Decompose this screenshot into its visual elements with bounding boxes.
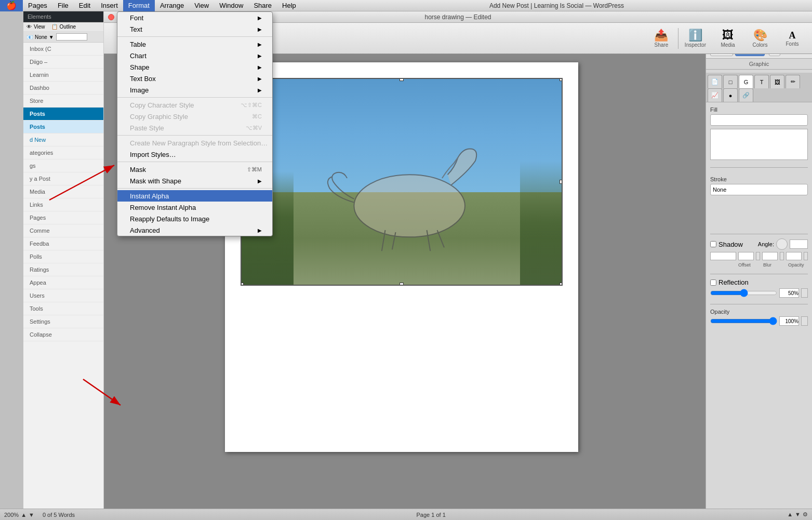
menu-pages[interactable]: Pages xyxy=(23,0,52,11)
wp-nav-copy-post[interactable]: y a Post xyxy=(23,172,103,185)
tab-layout[interactable]: □ xyxy=(723,75,738,88)
share-toolbar-btn[interactable]: 📤 Share xyxy=(646,27,677,49)
menu-share[interactable]: Share xyxy=(248,0,277,11)
menu-chart[interactable]: Chart ▶ xyxy=(117,50,272,61)
wp-nav-new[interactable]: d New xyxy=(23,134,103,146)
menu-table[interactable]: Table ▶ xyxy=(117,38,272,50)
tab-link[interactable]: ✏ xyxy=(786,75,800,88)
selection-handle-tc[interactable] xyxy=(400,78,404,81)
nav-up[interactable]: ▲ xyxy=(787,511,793,518)
zoom-stepper-down[interactable]: ▼ xyxy=(29,512,34,518)
menu-instant-alpha[interactable]: Instant Alpha xyxy=(117,190,272,202)
wp-nav-store[interactable]: Store xyxy=(23,95,103,108)
stroke-select[interactable]: None xyxy=(710,184,808,195)
apple-menu[interactable]: 🍎 xyxy=(0,0,23,11)
wp-nav-links[interactable]: Links xyxy=(23,198,103,211)
wp-nav-tags[interactable]: gs xyxy=(23,159,103,172)
menu-advanced[interactable]: Advanced ▶ xyxy=(117,224,272,236)
shadow-offset-val[interactable] xyxy=(738,252,754,260)
wp-nav-inbox[interactable]: Inbox (C xyxy=(23,43,103,56)
menu-remove-instant-alpha[interactable]: Remove Instant Alpha xyxy=(117,202,272,213)
selection-handle-tr[interactable] xyxy=(560,78,563,81)
close-button[interactable] xyxy=(108,14,114,20)
fill-select[interactable] xyxy=(710,114,808,126)
menu-paste-style[interactable]: Paste Style ⌥⌘V xyxy=(117,122,272,134)
menu-arrange[interactable]: Arrange xyxy=(155,0,189,11)
menu-file[interactable]: File xyxy=(52,0,74,11)
horse-image[interactable] xyxy=(241,78,563,286)
wp-nav-posts-active[interactable]: Posts xyxy=(23,108,103,121)
wp-nav-appearance[interactable]: Appea xyxy=(23,276,103,289)
menu-edit[interactable]: Edit xyxy=(74,0,96,11)
menu-shape[interactable]: Shape ▶ xyxy=(117,61,272,73)
menu-image[interactable]: Image ▶ xyxy=(117,84,272,96)
wp-nav-settings[interactable]: Settings xyxy=(23,315,103,328)
selection-handle-bl[interactable] xyxy=(241,283,244,286)
wp-nav-tools[interactable]: Tools xyxy=(23,302,103,315)
format-dropdown-menu[interactable]: Font ▶ Text ▶ Table ▶ Chart ▶ Shape ▶ Te… xyxy=(117,11,273,236)
menu-copy-char-style[interactable]: Copy Character Style ⌥⇧⌘C xyxy=(117,99,272,111)
menu-text[interactable]: Text ▶ xyxy=(117,23,272,35)
tab-image[interactable]: 🖼 xyxy=(770,75,784,88)
wp-nav-diigo[interactable]: Diigo – xyxy=(23,56,103,69)
wp-nav-comments[interactable]: Comme xyxy=(23,224,103,237)
menu-reapply-defaults[interactable]: Reapply Defaults to Image xyxy=(117,213,272,224)
opacity-value[interactable] xyxy=(779,316,799,326)
shadow-opacity-val[interactable] xyxy=(786,252,802,260)
menu-mask[interactable]: Mask ⇧⌘M xyxy=(117,164,272,175)
zoom-stepper-up[interactable]: ▲ xyxy=(21,512,26,518)
reflection-stepper[interactable] xyxy=(801,288,808,298)
reflection-value[interactable] xyxy=(779,288,799,298)
wp-nav-learning[interactable]: Learnin xyxy=(23,69,103,82)
selection-handle-br[interactable] xyxy=(560,283,563,286)
opacity-slider[interactable] xyxy=(710,317,777,325)
wp-nav-posts-sub[interactable]: Posts xyxy=(23,121,103,134)
menu-view[interactable]: View xyxy=(189,0,214,11)
shadow-color-input[interactable] xyxy=(710,252,736,260)
wp-nav-ratings[interactable]: Ratings xyxy=(23,263,103,276)
wp-nav-feedback[interactable]: Feedba xyxy=(23,237,103,250)
shadow-opacity-stepper[interactable] xyxy=(804,252,808,260)
fonts-icon: A xyxy=(789,30,796,41)
tab-document[interactable]: 📄 xyxy=(708,75,722,88)
reflection-checkbox[interactable] xyxy=(710,279,716,286)
tab-chart[interactable]: 📈 xyxy=(708,88,722,102)
menu-copy-graphic-style[interactable]: Copy Graphic Style ⌘C xyxy=(117,111,272,122)
reflection-slider[interactable] xyxy=(710,289,777,297)
menu-insert[interactable]: Insert xyxy=(96,0,123,11)
selection-handle-mr[interactable] xyxy=(560,180,563,184)
tab-metrics[interactable]: T xyxy=(754,75,769,88)
menu-format[interactable]: Format xyxy=(123,0,155,11)
shadow-blur-val[interactable] xyxy=(762,252,778,260)
selection-handle-bc[interactable] xyxy=(400,283,404,286)
shadow-checkbox[interactable] xyxy=(710,241,716,247)
menu-font[interactable]: Font ▶ xyxy=(117,12,272,23)
tab-shape[interactable]: ● xyxy=(723,88,738,102)
wp-nav-users[interactable]: Users xyxy=(23,289,103,302)
angle-input[interactable] xyxy=(790,239,808,249)
shadow-blur-stepper[interactable] xyxy=(780,252,784,260)
menu-window[interactable]: Window xyxy=(214,0,248,11)
menu-create-paragraph-style[interactable]: Create New Paragraph Style from Selectio… xyxy=(117,137,272,149)
wp-nav-pages[interactable]: Pages xyxy=(23,211,103,224)
menu-import-styles[interactable]: Import Styles… xyxy=(117,149,272,160)
wp-nav-polls[interactable]: Polls xyxy=(23,250,103,263)
tab-graphic[interactable]: G xyxy=(739,75,753,88)
wp-nav-media[interactable]: Media xyxy=(23,185,103,198)
wp-nav-categories[interactable]: ategories xyxy=(23,146,103,159)
tab-quicktime[interactable]: 🔗 xyxy=(739,88,753,102)
menu-textbox[interactable]: Text Box ▶ xyxy=(117,73,272,84)
fonts-toolbar-btn[interactable]: A Fonts xyxy=(777,29,808,48)
settings-icon[interactable]: ⚙ xyxy=(803,511,808,518)
shadow-stepper-up[interactable] xyxy=(756,252,760,260)
menu-mask-shape[interactable]: Mask with Shape ▶ xyxy=(117,175,272,186)
menu-help[interactable]: Help xyxy=(277,0,301,11)
colors-toolbar-btn[interactable]: 🎨 Colors xyxy=(744,27,776,49)
nav-down[interactable]: ▼ xyxy=(795,511,801,518)
angle-circle[interactable] xyxy=(776,238,788,250)
wp-nav-dashboard[interactable]: Dashbo xyxy=(23,82,103,95)
inspector-toolbar-btn[interactable]: ℹ️ Inspector xyxy=(680,27,711,49)
media-toolbar-btn[interactable]: 🖼 Media xyxy=(712,27,743,49)
opacity-stepper[interactable] xyxy=(801,316,808,326)
wp-nav-collapse[interactable]: Collapse xyxy=(23,328,103,341)
